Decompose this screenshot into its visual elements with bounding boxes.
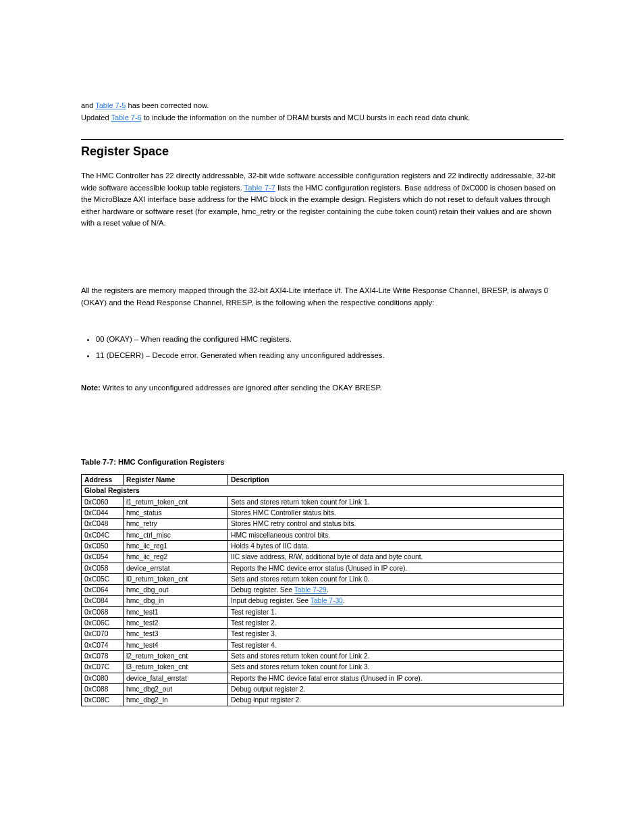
table-header-row: Address Register Name Description <box>82 475 564 486</box>
table-row: 0xC084hmc_dbg_in Input debug register. S… <box>82 596 564 606</box>
cell-addr: 0xC04C <box>82 529 124 540</box>
section-title: Register Space <box>81 145 169 159</box>
cell-name: device_fatal_errstat <box>124 673 228 683</box>
table-caption: Table 7-7: HMC Configuration Registers <box>81 458 225 466</box>
cell-desc: Test register 2. <box>228 618 564 629</box>
cell-addr: 0xC08C <box>82 695 124 706</box>
cell-addr: 0xC07C <box>82 662 124 673</box>
cell-addr: 0xC054 <box>82 552 124 563</box>
link-table-7-6[interactable]: Table 7-6 <box>111 113 141 122</box>
cell-addr: 0xC048 <box>82 519 124 529</box>
cell-name: hmc_test4 <box>124 640 228 650</box>
cell-addr: 0xC064 <box>82 585 124 596</box>
cell-desc: Debug output register 2. <box>228 683 564 694</box>
cell-desc: Holds 4 bytes of IIC data. <box>228 540 564 551</box>
cell-addr: 0xC068 <box>82 606 124 617</box>
cell-desc: Test register 3. <box>228 629 564 640</box>
col-register-name: Register Name <box>124 475 228 486</box>
cell-addr: 0xC06C <box>82 618 124 629</box>
table-row: 0xC080device_fatal_errstatReports the HM… <box>82 673 564 683</box>
cell-name: l3_return_token_cnt <box>124 662 228 673</box>
cell-desc: Test register 1. <box>228 606 564 617</box>
cell-name: hmc_test2 <box>124 618 228 629</box>
cell-addr: 0xC044 <box>82 507 124 518</box>
note-body: Writes to any unconfigured addresses are… <box>103 384 382 392</box>
table-row: 0xC05Cl0_return_token_cntSets and stores… <box>82 573 564 584</box>
cell-name: l2_return_token_cnt <box>124 651 228 662</box>
cell-name: hmc_dbg2_out <box>124 683 228 694</box>
table-row: 0xC088hmc_dbg2_outDebug output register … <box>82 683 564 694</box>
cell-name: hmc_iic_reg1 <box>124 540 228 551</box>
cell-addr: 0xC088 <box>82 683 124 694</box>
table-row: 0xC070hmc_test3Test register 3. <box>82 629 564 640</box>
cell-desc: Sets and stores return token count for L… <box>228 651 564 662</box>
cell-addr: 0xC058 <box>82 563 124 573</box>
note-label: Note: <box>81 384 101 392</box>
table-row: 0xC078l2_return_token_cntSets and stores… <box>82 651 564 662</box>
cell-name: l1_return_token_cnt <box>124 496 228 507</box>
cell-addr: 0xC078 <box>82 651 124 662</box>
cell-desc: HMC miscellaneous control bits. <box>228 529 564 540</box>
cell-name: device_errstat <box>124 563 228 573</box>
bullet-2: 11 (DECERR) – Decode error. Generated wh… <box>96 350 579 362</box>
bullet-1: 00 (OKAY) – When reading the configured … <box>96 334 579 346</box>
cell-addr: 0xC070 <box>82 629 124 640</box>
group-global: Global Registers <box>82 486 564 496</box>
table-group-row: Global Registers <box>82 486 564 496</box>
col-address: Address <box>82 475 124 486</box>
table-row: 0xC054hmc_iic_reg2IIC slave address, R/W… <box>82 552 564 563</box>
cell-name: hmc_status <box>124 507 228 518</box>
table-row: 0xC060l1_return_token_cntSets and stores… <box>82 496 564 507</box>
table-row: 0xC064hmc_dbg_out Debug register. See Ta… <box>82 585 564 596</box>
table-row: 0xC050hmc_iic_reg1Holds 4 bytes of IIC d… <box>82 540 564 551</box>
table-row: 0xC06Chmc_test2Test register 2. <box>82 618 564 629</box>
cell-desc: Stores HMC retry control and status bits… <box>228 519 564 529</box>
mmap-note: All the registers are memory mapped thro… <box>81 285 564 309</box>
table-row: 0xC08Chmc_dbg2_inDebug input register 2. <box>82 695 564 706</box>
table-row: 0xC068hmc_test1Test register 1. <box>82 606 564 617</box>
cell-name: hmc_retry <box>124 519 228 529</box>
cell-desc: Sets and stores return token count for L… <box>228 662 564 673</box>
link-table-7-5[interactable]: Table 7-5 <box>95 101 126 109</box>
section-rule <box>81 139 564 140</box>
cell-addr: 0xC080 <box>82 673 124 683</box>
cell-desc: IIC slave address, R/W, additional byte … <box>228 552 564 563</box>
table-row: 0xC04Chmc_ctrl_miscHMC miscellaneous con… <box>82 529 564 540</box>
cell-desc: Input debug register. See Table 7-30. <box>228 596 564 606</box>
header-line2-prefix: Updated <box>81 113 111 122</box>
cell-desc: Reports the HMC device error status (Unu… <box>228 563 564 573</box>
cell-name: hmc_dbg2_in <box>124 695 228 706</box>
cell-desc: Test register 4. <box>228 640 564 650</box>
cell-addr: 0xC050 <box>82 540 124 551</box>
table-row: 0xC074hmc_test4Test register 4. <box>82 640 564 650</box>
header-line1-suffix: has been corrected now. <box>128 101 209 109</box>
cell-desc: Reports the HMC device fatal error statu… <box>228 673 564 683</box>
cell-addr: 0xC05C <box>82 573 124 584</box>
cell-name: hmc_test1 <box>124 606 228 617</box>
cell-name: hmc_iic_reg2 <box>124 552 228 563</box>
table-row: 0xC044hmc_statusStores HMC Controller st… <box>82 507 564 518</box>
cell-desc: Debug input register 2. <box>228 695 564 706</box>
col-description: Description <box>228 475 564 486</box>
cell-name: hmc_test3 <box>124 629 228 640</box>
cell-name: hmc_dbg_in <box>124 596 228 606</box>
table-row: 0xC058device_errstatReports the HMC devi… <box>82 563 564 573</box>
cell-desc: Sets and stores return token count for L… <box>228 573 564 584</box>
cell-name: hmc_dbg_out <box>124 585 228 596</box>
link-table-7-29[interactable]: Table 7-29 <box>294 586 327 594</box>
config-registers-table: Address Register Name Description Global… <box>81 474 564 706</box>
cell-name: l0_return_token_cnt <box>124 573 228 584</box>
table-row: 0xC07Cl3_return_token_cntSets and stores… <box>82 662 564 673</box>
cell-name: hmc_ctrl_misc <box>124 529 228 540</box>
cell-desc: Sets and stores return token count for L… <box>228 496 564 507</box>
cell-addr: 0xC074 <box>82 640 124 650</box>
header-line2-suffix: to include the information on the number… <box>144 113 471 122</box>
cell-desc: Debug register. See Table 7-29. <box>228 585 564 596</box>
header-line1-prefix: and <box>81 101 95 109</box>
table-row: 0xC048hmc_retryStores HMC retry control … <box>82 519 564 529</box>
cell-desc: Stores HMC Controller status bits. <box>228 507 564 518</box>
cell-addr: 0xC060 <box>82 496 124 507</box>
cell-addr: 0xC084 <box>82 596 124 606</box>
link-table-7-30[interactable]: Table 7-30 <box>311 597 343 604</box>
link-table-7-7[interactable]: Table 7-7 <box>244 184 275 192</box>
